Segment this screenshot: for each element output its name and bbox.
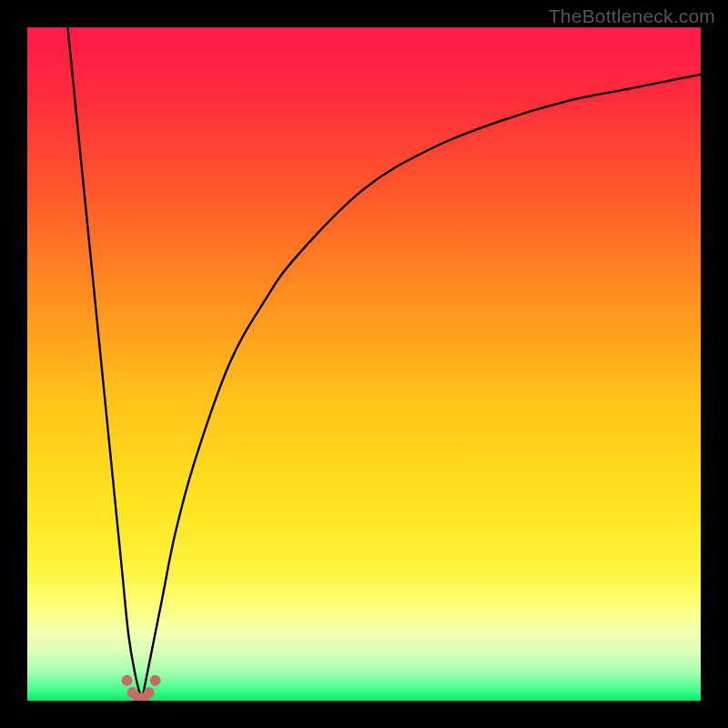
- outer-frame: TheBottleneck.com: [0, 0, 728, 728]
- curve-left-branch: [67, 27, 141, 701]
- minimum-marker: [144, 687, 155, 698]
- plot-area: [27, 27, 701, 701]
- bottleneck-curve: [27, 27, 701, 701]
- minimum-marker: [150, 675, 161, 686]
- curve-right-branch: [142, 75, 701, 701]
- watermark-text: TheBottleneck.com: [549, 5, 715, 27]
- minimum-marker: [122, 675, 133, 686]
- minimum-markers: [122, 675, 161, 701]
